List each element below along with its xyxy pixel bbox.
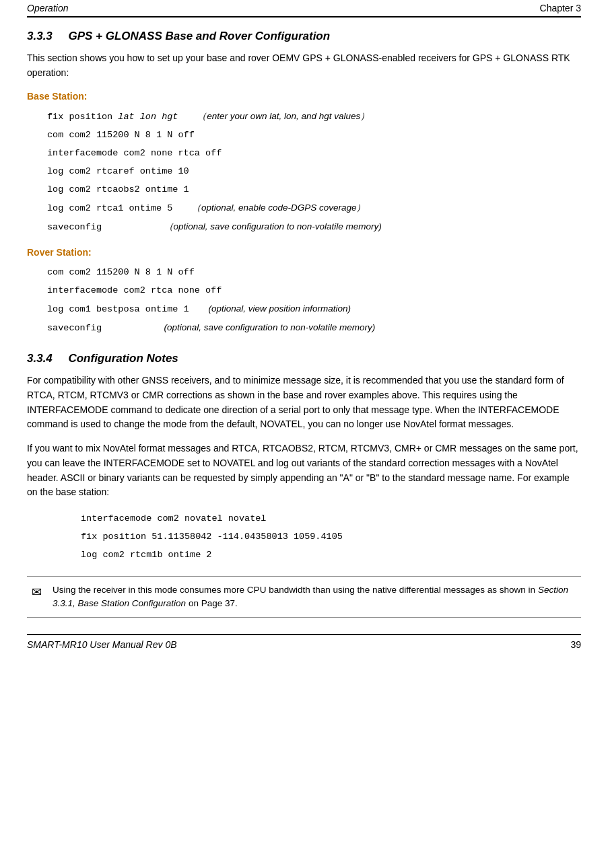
rover-code-line-2: log com1 bestposa ontime 1 (optional, vi…	[47, 299, 581, 318]
code-example-text-2: log com2 rtcm1b ontime 2	[81, 546, 211, 564]
section-334-number: 3.3.4	[27, 352, 53, 365]
header-left: Operation	[27, 3, 68, 13]
rover-code-line-1: interfacemode com2 rtca none off	[47, 281, 581, 299]
rover-code-comment-2: (optional, view position information)	[196, 299, 351, 318]
base-code-comment-6: （optional, save configuration to non-vol…	[108, 217, 382, 236]
base-code-line-5: log com2 rtca1 ontime 5 （optional, enabl…	[47, 198, 581, 217]
base-station-heading: Base Station:	[27, 91, 581, 102]
code-example-line-1: fix position 51.11358042 -114.04358013 1…	[81, 528, 581, 546]
rover-code-text-3: saveconfig	[47, 319, 102, 337]
rover-code-line-0: com com2 115200 N 8 1 N off	[47, 263, 581, 281]
section-334-title: Configuration Notes	[68, 352, 178, 365]
base-station-code: fix position lat lon hgt （enter your own…	[47, 107, 581, 236]
rover-code-line-3: saveconfig (optional, save configuration…	[47, 318, 581, 337]
code-example-line-0: interfacemode com2 novatel novatel	[81, 509, 581, 528]
code-example-text-1: fix position 51.11358042 -114.04358013 1…	[81, 528, 343, 546]
section-333-heading: 3.3.3 GPS + GLONASS Base and Rover Confi…	[27, 30, 581, 43]
rover-code-text-0: com com2 115200 N 8 1 N off	[47, 263, 195, 281]
base-code-text-4: log com2 rtcaobs2 ontime 1	[47, 180, 189, 198]
header-right: Chapter 3	[540, 3, 581, 13]
rover-code-text-2: log com1 bestposa ontime 1	[47, 300, 189, 318]
header-bar: Operation Chapter 3	[27, 0, 581, 17]
base-code-text-0: fix position lat lon hgt	[47, 108, 178, 126]
base-code-line-6: saveconfig （optional, save configuration…	[47, 217, 581, 236]
base-code-line-4: log com2 rtcaobs2 ontime 1	[47, 180, 581, 198]
footer-left: SMART-MR10 User Manual Rev 0B	[27, 639, 177, 650]
base-code-line-0: fix position lat lon hgt （enter your own…	[47, 107, 581, 126]
section-333-title: GPS + GLONASS Base and Rover Configurati…	[68, 30, 330, 42]
rover-station-heading: Rover Station:	[27, 247, 581, 258]
note-text-after: on Page 37.	[186, 598, 238, 608]
note-text: Using the receiver in this mode consumes…	[53, 583, 581, 611]
section-334-para2: If you want to mix NovAtel format messag…	[27, 441, 581, 500]
code-example: interfacemode com2 novatel novatel fix p…	[81, 509, 581, 564]
rover-code-comment-3: (optional, save configuration to non-vol…	[108, 318, 375, 336]
note-icon: ✉	[27, 585, 46, 600]
base-code-text-6: saveconfig	[47, 218, 102, 236]
base-code-text-2: interfacemode com2 none rtca off	[47, 144, 222, 162]
rover-code-text-1: interfacemode com2 rtca none off	[47, 281, 222, 299]
base-code-line-3: log com2 rtcaref ontime 10	[47, 162, 581, 180]
footer-right: 39	[570, 639, 581, 650]
base-code-line-2: interfacemode com2 none rtca off	[47, 144, 581, 162]
base-code-comment-0: （enter your own lat, lon, and hgt values…	[184, 107, 370, 125]
page: Operation Chapter 3 3.3.3 GPS + GLONASS …	[0, 0, 608, 868]
base-code-text-5: log com2 rtca1 ontime 5	[47, 199, 172, 217]
base-code-text-1: com com2 115200 N 8 1 N off	[47, 126, 195, 144]
section-334-para1: For compatibility with other GNSS receiv…	[27, 373, 581, 432]
section-334-heading: 3.3.4 Configuration Notes	[27, 352, 581, 365]
code-example-text-0: interfacemode com2 novatel novatel	[81, 509, 266, 528]
section-333-number: 3.3.3	[27, 30, 53, 42]
rover-station-code: com com2 115200 N 8 1 N off interfacemod…	[47, 263, 581, 337]
footer-bar: SMART-MR10 User Manual Rev 0B 39	[27, 634, 581, 650]
code-example-line-2: log com2 rtcm1b ontime 2	[81, 546, 581, 564]
note-text-before: Using the receiver in this mode consumes…	[53, 585, 538, 595]
base-code-text-3: log com2 rtcaref ontime 10	[47, 162, 189, 180]
note-box: ✉ Using the receiver in this mode consum…	[27, 576, 581, 618]
base-code-line-1: com com2 115200 N 8 1 N off	[47, 126, 581, 144]
base-code-comment-5: （optional, enable code-DGPS coverage）	[179, 198, 366, 217]
section-333-intro: This section shows you how to set up you…	[27, 51, 581, 80]
